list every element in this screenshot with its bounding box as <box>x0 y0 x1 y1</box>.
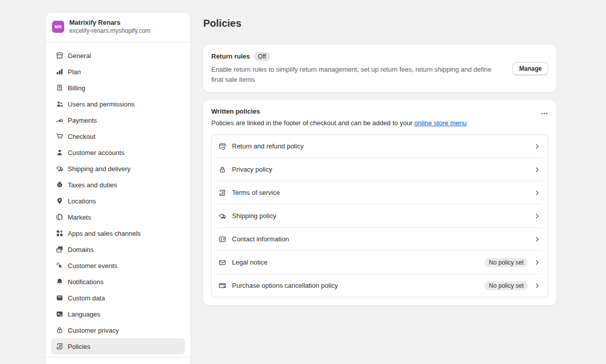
card-cancel-icon <box>218 282 226 290</box>
sidebar-item-label: Domains <box>68 246 94 253</box>
sidebar-item-label: Custom data <box>68 294 105 302</box>
sidebar-item-label: Customer events <box>68 262 117 270</box>
sidebar-item-customer-privacy[interactable]: Customer privacy <box>51 322 185 338</box>
globe-dollar-icon: $ <box>56 213 64 221</box>
sidebar-item-customer-events[interactable]: Customer events <box>51 257 185 274</box>
policy-row-legal-notice[interactable]: Legal noticeNo policy set <box>212 251 548 274</box>
chevron-right-icon <box>533 258 541 267</box>
policy-row-label: Contact information <box>232 235 528 243</box>
written-policies-description-text: Policies are linked in the footer of che… <box>211 119 414 127</box>
chevron-right-icon <box>533 189 541 197</box>
sidebar-item-label: General <box>68 52 91 60</box>
truck-icon <box>56 165 64 173</box>
sidebar-item-users-and-permissions[interactable]: Users and permissions <box>51 96 185 112</box>
lock-icon <box>56 326 64 334</box>
cart-icon <box>56 132 64 140</box>
sidebar-item-label: Payments <box>68 117 97 124</box>
sidebar-item-label: Plan <box>68 68 81 76</box>
sidebar-footer-divider <box>45 357 191 357</box>
chevron-right-icon <box>533 166 541 174</box>
money-bag-icon <box>56 181 64 189</box>
no-policy-set-badge: No policy set <box>485 258 528 267</box>
sidebar-item-checkout[interactable]: Checkout <box>51 128 185 144</box>
sidebar-item-notifications[interactable]: Notifications <box>51 274 185 290</box>
return-rules-card: Return rules Off Enable return rules to … <box>203 44 556 92</box>
chevron-right-icon <box>533 212 541 220</box>
sidebar-item-markets[interactable]: $Markets <box>51 209 185 225</box>
store-avatar: MR <box>52 21 64 33</box>
policy-list: Return and refund policyPrivacy policyTe… <box>211 134 548 297</box>
written-policies-description: Policies are linked in the footer of che… <box>211 118 548 128</box>
sidebar-item-label: Customer privacy <box>68 327 119 334</box>
policy-row-contact-information[interactable]: Contact information <box>212 228 548 250</box>
receipt-dollar-icon: $ <box>56 84 64 92</box>
sidebar-item-label: Notifications <box>68 278 104 286</box>
sidebar-item-payments[interactable]: Payments <box>51 112 185 128</box>
envelope-icon <box>218 258 226 267</box>
return-rules-title: Return rules <box>211 53 250 61</box>
policy-row-label: Privacy policy <box>232 166 528 173</box>
sidebar-item-label: Locations <box>68 197 96 205</box>
return-rules-description: Enable return rules to simplify return m… <box>211 65 499 85</box>
sidebar-item-taxes-and-duties[interactable]: Taxes and duties <box>51 177 185 193</box>
more-actions-button[interactable] <box>538 108 550 120</box>
language-icon: Aa <box>56 310 64 318</box>
sidebar-item-shipping-and-delivery[interactable]: Shipping and delivery <box>51 161 185 177</box>
policy-row-purchase-options-cancellation-policy[interactable]: Purchase options cancellation policyNo p… <box>212 274 548 297</box>
sidebar-item-policies[interactable]: Policies <box>51 338 185 354</box>
sidebar-item-custom-data[interactable]: Custom data <box>51 290 185 306</box>
sidebar-item-locations[interactable]: Locations <box>51 193 185 209</box>
chart-icon <box>56 68 64 76</box>
sidebar-item-general[interactable]: General <box>51 47 185 64</box>
sidebar-item-apps-and-sales-channels[interactable]: Apps and sales channels <box>51 225 185 241</box>
sidebar-item-customer-accounts[interactable]: Customer accounts <box>51 144 185 161</box>
policy-row-label: Purchase options cancellation policy <box>232 282 479 289</box>
scroll-icon <box>218 189 226 197</box>
svg-text:A: A <box>58 312 60 316</box>
sidebar-nav: GeneralPlan$BillingUsers and permissions… <box>45 42 191 357</box>
chevron-right-icon <box>533 235 541 243</box>
manage-button[interactable]: Manage <box>512 62 548 75</box>
policy-row-label: Terms of service <box>232 189 528 196</box>
online-store-menu-link[interactable]: online store menu <box>414 119 467 127</box>
policy-row-privacy-policy[interactable]: Privacy policy <box>212 158 548 181</box>
hand-payment-icon <box>56 116 64 124</box>
lock-icon <box>218 166 226 174</box>
return-rules-status-badge: Off <box>254 52 270 61</box>
sidebar-item-label: Taxes and duties <box>68 181 117 189</box>
sidebar-item-label: Markets <box>68 214 91 221</box>
sidebar-item-label: Billing <box>68 84 85 92</box>
policy-row-terms-of-service[interactable]: Terms of service <box>212 181 548 204</box>
map-pin-icon <box>56 197 64 205</box>
store-domain: excelify-renars.myshopify.com <box>69 27 151 35</box>
store-icon <box>56 51 64 60</box>
chevron-right-icon <box>533 142 541 150</box>
sidebar-item-label: Customer accounts <box>68 149 124 157</box>
users-icon <box>56 100 64 108</box>
horizontal-dots-icon <box>540 110 548 118</box>
sidebar-item-domains[interactable]: Domains <box>51 241 185 257</box>
contact-card-icon <box>218 235 226 243</box>
scroll-icon <box>56 342 64 350</box>
policy-row-label: Return and refund policy <box>232 142 528 150</box>
sidebar-item-label: Users and permissions <box>68 100 134 108</box>
svg-text:$: $ <box>59 85 61 89</box>
no-policy-set-badge: No policy set <box>485 281 528 290</box>
policy-row-label: Legal notice <box>232 258 479 266</box>
policy-row-label: Shipping policy <box>232 212 528 220</box>
sidebar-item-languages[interactable]: AaLanguages <box>51 306 185 322</box>
cursor-click-icon <box>56 262 64 270</box>
settings-sidebar: MR Matrixify Renars excelify-renars.mysh… <box>45 13 191 364</box>
sidebar-item-plan[interactable]: Plan <box>51 64 185 80</box>
sidebar-item-label: Checkout <box>68 133 96 140</box>
policy-row-shipping-policy[interactable]: Shipping policy <box>212 204 548 227</box>
store-name: Matrixify Renars <box>69 19 151 27</box>
store-header: MR Matrixify Renars excelify-renars.mysh… <box>45 13 191 42</box>
sidebar-item-label: Shipping and delivery <box>68 165 130 173</box>
apps-grid-icon <box>56 229 64 237</box>
sidebar-item-billing[interactable]: $Billing <box>51 80 185 96</box>
policy-row-return-and-refund-policy[interactable]: Return and refund policy <box>212 135 548 158</box>
sidebar-item-label: Policies <box>68 343 90 350</box>
chevron-right-icon <box>533 282 541 290</box>
domains-icon <box>56 245 64 253</box>
